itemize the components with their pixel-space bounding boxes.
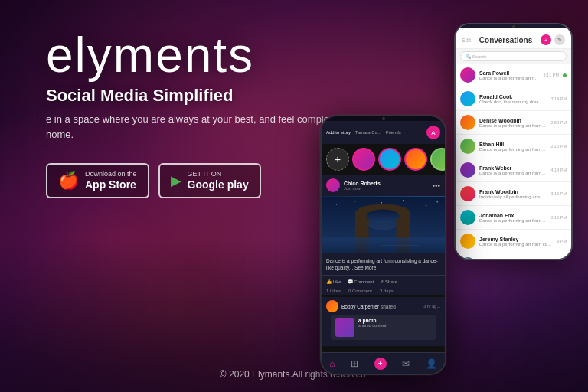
comment-action[interactable]: 💬 Comment [348,279,374,284]
story-1[interactable] [352,148,375,171]
app-store-label-big: App Store [85,178,137,191]
add-nav-icon[interactable]: + [374,358,387,370]
story-4[interactable] [430,148,445,171]
avatar-ethan [460,139,475,154]
svg-point-2 [354,201,356,202]
shared-post-content: a photo shared content [331,315,436,340]
chat-msg-jonathan: Dance is a performing art form co... [479,218,547,223]
search-input-display: 🔍 Search [460,51,567,61]
likes-count: 1 Likes [326,289,341,293]
story-circle-1 [352,148,375,171]
chat-item-6[interactable]: Frank Woodbin Individually all performin… [456,182,571,206]
phone-back: Edit Conversations + ✎ 🔍 Search Sara Pow… [454,23,573,260]
post-author-avatar [326,178,340,192]
chat-header-icons: + ✎ [541,34,565,45]
chat-info-frank-w: Frank Weber Dance is a performing art fo… [479,165,547,175]
shared-post-header: Bobby Carpenter shared 3 hr ag... [326,300,440,312]
search-bar[interactable]: 🔍 Search [456,49,571,64]
google-play-button[interactable]: ▶ GET IT ON Google play [158,163,261,198]
time-stat: 3 days [380,289,394,293]
chat-time-denise: 2:50 PM [551,120,567,125]
avatar-ronald [460,91,475,106]
tab-friends[interactable]: Friends [386,130,401,135]
chat-item-2[interactable]: Ronald Cook Check doc, this man my dream… [456,87,571,111]
chat-name-frank-w: Frank Weber [479,165,547,171]
avatar-jeremy [460,234,475,249]
apple-icon: 🍎 [58,171,79,191]
story-tabs: Add to story Tamara Ca... Friends [326,130,401,135]
app-store-text: Download on the App Store [85,170,137,191]
chat-time-frank-w: 4:14 PM [551,168,567,172]
chat-time-sara: 3:11 PM [544,73,559,77]
profile-icon[interactable]: A [426,126,440,139]
google-play-text: GET IT ON Google play [188,170,249,191]
story-circles-row: + [322,144,445,175]
chat-name-kathy: Kathy Freeman [479,260,547,261]
shared-info: a photo shared content [358,318,431,337]
google-play-icon: ▶ [171,172,181,189]
svg-point-5 [426,205,427,207]
stories-row: Add to story Tamara Ca... Friends [326,126,423,139]
chat-item-1[interactable]: Sara Powell Dance is a performing art fr… [456,64,571,87]
chat-name-ronald: Ronald Cook [479,94,547,100]
avatar-denise [460,115,475,130]
chat-item-5[interactable]: Frank Weber Dance is a performing art fo… [456,158,571,182]
shared-post-section: Bobby Carpenter shared 3 hr ag... a phot… [322,297,445,346]
feed-post: Chico Roberts Just now ••• [322,175,445,295]
search-nav-icon[interactable]: ⊞ [351,358,358,369]
edit-icon[interactable]: ✎ [554,34,565,45]
shared-thumb [335,318,354,337]
story-2[interactable] [378,148,401,171]
chat-time-ethan: 2:20 PM [551,144,567,149]
chat-name-jonathan: Jonathan Fox [479,213,547,218]
share-action[interactable]: ↗ Share [380,279,397,284]
back-btn: Edit [462,38,471,43]
like-action[interactable]: 👍 Like [326,279,341,284]
story-3[interactable] [404,148,427,171]
chat-item-7[interactable]: Jonathan Fox Dance is a performing art f… [456,206,571,230]
chat-msg-denise: Dance is a performing art form co... [479,123,547,128]
home-nav-icon[interactable]: ⌂ [329,358,335,369]
story-circle-4 [430,148,445,171]
chat-msg-frank-wood: Individually all performing arts... [479,194,547,199]
story-add-btn[interactable]: + [326,148,349,171]
chat-info-frank-wood: Frank Woodbin Individually all performin… [479,189,547,199]
shared-author-avatar [326,300,338,312]
chat-time-frank-wood: 3:15 PM [551,191,567,196]
chat-name-frank-wood: Frank Woodbin [479,189,547,194]
app-store-button[interactable]: 🍎 Download on the App Store [46,163,149,198]
google-play-label-big: Google play [188,178,249,191]
google-play-label-small: GET IT ON [188,170,249,178]
back-camera-dot [512,25,515,28]
avatar-frank-w [460,162,475,178]
chat-item-9[interactable]: Kathy Freeman Dance is a performing art … [456,253,571,260]
shared-author-name: Bobby Carpenter shared [341,304,396,309]
messages-nav-icon[interactable]: ✉ [402,358,410,369]
chat-info-denise: Denise Woodbin Dance is a performing art… [479,118,547,128]
post-author-name: Chico Roberts [344,181,428,186]
chat-name-denise: Denise Woodbin [479,118,547,123]
new-message-icon[interactable]: + [541,34,551,45]
post-text: Dance is a performing art form consistin… [326,257,440,271]
feed-screen: Add to story Tamara Ca... Friends A + [322,121,445,375]
profile-nav-icon[interactable]: 👤 [426,358,437,369]
chat-msg-sara: Dance is a performing art from co... [479,76,540,80]
conversations-screen: Edit Conversations + ✎ 🔍 Search Sara Pow… [456,28,571,260]
chat-time-jeremy: 9 PM [557,239,567,243]
chat-time-jonathan: 3:15 PM [551,215,567,220]
svg-point-3 [381,202,382,204]
shared-content-desc: shared content [358,323,431,328]
chat-info-ethan: Ethan Hill Dance is a performing art for… [479,142,547,152]
chat-item-3[interactable]: Denise Woodbin Dance is a performing art… [456,111,571,135]
post-more-icon[interactable]: ••• [432,181,440,190]
avatar-jonathan [460,210,475,225]
avatar-kathy [460,257,475,260]
tab-tamara[interactable]: Tamara Ca... [355,130,381,135]
post-author-info: Chico Roberts Just now [344,181,428,191]
chat-item-8[interactable]: Jeremy Stanley Dance is a performing art… [456,230,571,253]
chat-info-ronald: Ronald Cook Check doc, this man my dream… [479,94,547,104]
tab-add-story[interactable]: Add to story [326,130,351,136]
chat-msg-ethan: Dance is a performing art form co... [479,147,547,152]
conversations-header: Edit Conversations + ✎ [456,28,571,49]
chat-item-4[interactable]: Ethan Hill Dance is a performing art for… [456,135,571,158]
